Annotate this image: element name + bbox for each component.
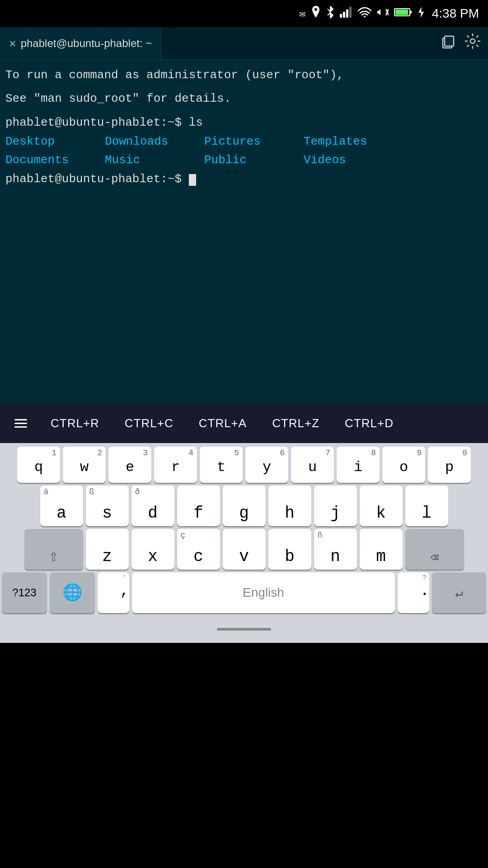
svg-rect-4: [346, 9, 348, 18]
bottom-handle-bar: [0, 616, 488, 643]
key-f[interactable]: f: [177, 486, 220, 526]
key-b[interactable]: b: [268, 529, 311, 570]
period-label: .: [420, 582, 429, 599]
svg-rect-11: [395, 9, 408, 15]
bottom-handle: [217, 628, 271, 631]
location-icon: [311, 6, 321, 22]
keyboard-row-space: ?123 🌐 ' , English ? . ↵: [0, 572, 488, 613]
term-info-line1: To run a command as administrator (user …: [5, 67, 483, 83]
key-v[interactable]: v: [223, 529, 266, 570]
numeric-key[interactable]: ?123: [2, 572, 47, 613]
key-r[interactable]: 4r: [154, 447, 197, 483]
svg-point-15: [470, 39, 475, 43]
ls-item-downloads: Downloads: [105, 132, 204, 151]
spacebar[interactable]: English: [132, 572, 395, 613]
globe-key[interactable]: 🌐: [50, 572, 95, 613]
tab-close-button[interactable]: ✕: [9, 36, 16, 51]
enter-key[interactable]: ↵: [432, 572, 486, 613]
status-time: 4:38 PM: [432, 6, 479, 21]
term-cursor: [189, 174, 196, 186]
comma-key[interactable]: ' ,: [98, 572, 129, 613]
terminal-window: ✕ phablet@ubuntu-phablet: ~ To run a com…: [0, 27, 488, 403]
tab-actions: [440, 33, 488, 54]
svg-rect-14: [445, 36, 454, 46]
shift-key[interactable]: ⇧: [24, 529, 83, 570]
svg-rect-2: [340, 14, 342, 18]
key-h[interactable]: h: [268, 486, 311, 526]
key-s[interactable]: ßs: [86, 486, 129, 526]
signal-icon: [340, 7, 352, 21]
key-d[interactable]: ðd: [131, 486, 174, 526]
term-info-line2: See "man sudo_root" for details.: [5, 90, 483, 107]
keyboard-row-numbers: 1q 2w 3e 4r 5t 6y 7u 8i 9o 0p: [0, 447, 488, 483]
copy-button[interactable]: [440, 33, 455, 53]
email-icon: ✉: [299, 8, 305, 20]
menu-button[interactable]: [4, 419, 38, 428]
ls-item-documents: Documents: [5, 151, 105, 169]
key-i[interactable]: 8i: [337, 447, 380, 483]
key-l[interactable]: l: [405, 486, 448, 526]
period-key[interactable]: ? .: [398, 572, 429, 613]
ls-item-music: Music: [105, 151, 204, 169]
ls-item-desktop: Desktop: [5, 132, 105, 151]
backspace-key[interactable]: ⌫: [405, 529, 464, 570]
keyboard-row-middle: äa ßs ðd f g h j k l: [0, 486, 488, 526]
key-u[interactable]: 7u: [291, 447, 334, 483]
battery-icon: [394, 7, 412, 20]
bluetooth-icon: [326, 6, 334, 22]
key-n[interactable]: ñn: [314, 529, 357, 570]
spacebar-label: English: [243, 585, 284, 600]
terminal-output[interactable]: To run a command as administrator (user …: [0, 60, 488, 403]
mute-icon: [377, 6, 389, 21]
key-o[interactable]: 9o: [382, 447, 425, 483]
term-prompt2: phablet@ubuntu-phablet:~$: [5, 172, 182, 186]
globe-icon: 🌐: [62, 583, 83, 603]
key-g[interactable]: g: [223, 486, 266, 526]
key-e[interactable]: 3e: [108, 447, 151, 483]
ls-item-pictures: Pictures: [204, 132, 304, 151]
term-prompt1: phablet@ubuntu-phablet:~$ ls: [5, 116, 203, 129]
enter-icon: ↵: [455, 585, 463, 601]
svg-rect-10: [410, 11, 412, 14]
key-k[interactable]: k: [360, 486, 403, 526]
key-p[interactable]: 0p: [428, 447, 471, 483]
ls-item-templates: Templates: [304, 132, 403, 151]
key-q[interactable]: 1q: [17, 447, 60, 483]
key-z[interactable]: z: [86, 529, 129, 570]
numeric-label: ?123: [12, 586, 36, 599]
status-icons: ✉: [299, 6, 424, 22]
comma-label: ,: [120, 582, 129, 599]
ls-item-videos: Videos: [304, 151, 403, 169]
key-c[interactable]: çc: [177, 529, 220, 570]
status-bar: ✉ 4:38 PM: [0, 0, 488, 27]
svg-rect-3: [343, 12, 345, 18]
key-t[interactable]: 5t: [200, 447, 243, 483]
keyboard-row-bottom: ⇧ z x çc v b ñn m ⌫: [0, 529, 488, 570]
svg-point-6: [364, 16, 366, 17]
svg-rect-5: [349, 7, 352, 18]
terminal-tab[interactable]: ✕ phablet@ubuntu-phablet: ~: [0, 27, 161, 59]
ctrl-r-button[interactable]: CTRL+R: [38, 416, 112, 430]
ctrl-z-button[interactable]: CTRL+Z: [259, 416, 332, 430]
ls-item-public: Public: [204, 151, 304, 169]
svg-marker-12: [418, 7, 424, 18]
ctrl-a-button[interactable]: CTRL+A: [186, 416, 259, 430]
charging-icon: [418, 7, 425, 21]
key-j[interactable]: j: [314, 486, 357, 526]
tab-bar: ✕ phablet@ubuntu-phablet: ~: [0, 27, 488, 60]
key-a[interactable]: äa: [40, 486, 83, 526]
wifi-icon: [358, 7, 371, 20]
ctrl-c-button[interactable]: CTRL+C: [112, 416, 186, 430]
key-w[interactable]: 2w: [63, 447, 106, 483]
key-x[interactable]: x: [131, 529, 174, 570]
settings-button[interactable]: [465, 33, 481, 54]
ctrl-d-button[interactable]: CTRL+D: [332, 416, 406, 430]
control-bar: CTRL+R CTRL+C CTRL+A CTRL+Z CTRL+D: [0, 403, 488, 443]
key-y[interactable]: 6y: [245, 447, 288, 483]
keyboard: 1q 2w 3e 4r 5t 6y 7u 8i 9o 0p äa ßs ðd f…: [0, 443, 488, 643]
tab-title: phablet@ubuntu-phablet: ~: [21, 37, 152, 50]
key-m[interactable]: m: [360, 529, 403, 570]
term-ls-output: Desktop Downloads Pictures Templates Doc…: [5, 132, 483, 169]
